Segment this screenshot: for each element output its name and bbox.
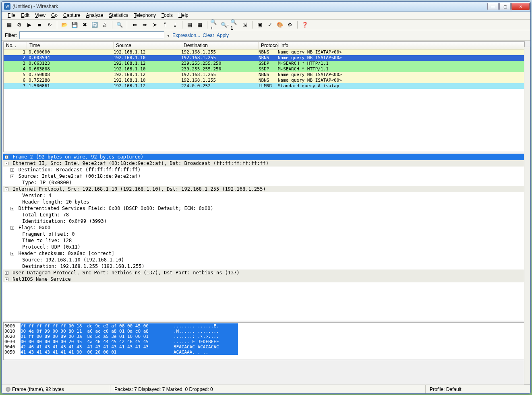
packet-row[interactable]: 20.003544192.168.1.10192.168.1.255NBNSNa… (4, 55, 524, 61)
tree-node[interactable]: Identification: 0x0f99 (3993) (3, 218, 525, 224)
packet-row[interactable]: 30.663123192.168.1.12239.255.255.250SSDP… (4, 61, 524, 66)
go-first-icon[interactable]: ⤒ (160, 21, 169, 29)
packet-bytes-pane[interactable]: 0000 ff ff ff ff ff ff 00 18 de 9e e2 af… (3, 322, 525, 360)
packet-row[interactable]: 50.750008192.168.1.12192.168.1.255NBNSNa… (4, 72, 524, 78)
expand-icon[interactable]: + (5, 278, 8, 281)
go-last-icon[interactable]: ⤓ (170, 21, 179, 29)
hex-row[interactable]: 0000 ff ff ff ff ff ff 00 18 de 9e e2 af… (4, 323, 524, 329)
close-button[interactable]: ✕ (511, 3, 530, 10)
expand-icon[interactable]: - (5, 187, 8, 191)
minimize-button[interactable]: — (487, 3, 499, 10)
menu-go[interactable]: Go (48, 12, 60, 19)
tree-node[interactable]: Total Length: 78 (3, 212, 525, 218)
tree-node[interactable]: + Differentiated Services Field: 0x00 (D… (3, 205, 525, 212)
filter-dropdown-icon[interactable] (167, 33, 170, 38)
menu-capture[interactable]: Capture (60, 12, 83, 19)
expand-icon[interactable]: + (10, 207, 14, 210)
save-file-icon[interactable]: 💾 (70, 21, 79, 29)
tree-node[interactable]: Protocol: UDP (0x11) (3, 244, 525, 250)
tree-node[interactable]: Time to live: 128 (3, 237, 525, 244)
col-source[interactable]: Source (114, 42, 181, 49)
packet-row[interactable]: 10.000000192.168.1.12192.168.1.255NBNSNa… (4, 49, 524, 55)
tree-node[interactable]: Destination: 192.168.1.255 (192.168.1.25… (3, 263, 525, 270)
menu-telephony[interactable]: Telephony (131, 12, 159, 19)
capture-options-icon[interactable]: ⚙ (15, 21, 24, 29)
capture-filter-icon[interactable]: ▣ (255, 21, 264, 29)
start-capture-icon[interactable]: ▶ (25, 21, 34, 29)
hex-row[interactable]: 0020 01 ff 00 89 00 89 00 3a 8d 5c a5 3e… (4, 334, 524, 339)
expression-button[interactable]: Expression... (172, 33, 200, 38)
col-protocol[interactable]: Protocol (259, 42, 278, 49)
stop-capture-icon[interactable]: ■ (35, 21, 44, 29)
tree-node[interactable]: - Ethernet II, Src: Intel_9e:e2:af (00:1… (3, 160, 525, 167)
hex-row[interactable]: 0010 00 4e 0f 99 00 00 80 11 a6 ac c0 a8… (4, 329, 524, 334)
zoom-in-icon[interactable]: 🔍+ (210, 21, 219, 29)
expert-info-icon[interactable] (6, 387, 10, 392)
go-forward-icon[interactable]: ➡ (140, 21, 149, 29)
tree-node[interactable]: + User Datagram Protocol, Src Port: netb… (3, 270, 525, 276)
expand-icon[interactable]: + (10, 175, 14, 178)
tree-node[interactable]: + Frame 2 (92 bytes on wire, 92 bytes ca… (3, 154, 525, 160)
open-file-icon[interactable]: 📂 (60, 21, 69, 29)
tree-node[interactable]: + Destination: Broadcast (ff:ff:ff:ff:ff… (3, 167, 525, 173)
go-back-icon[interactable]: ⬅ (130, 21, 139, 29)
menu-statistics[interactable]: Statistics (106, 12, 131, 19)
print-icon[interactable]: 🖨 (100, 21, 109, 29)
coloring-rules-icon[interactable]: 🎨 (275, 21, 284, 29)
expand-icon[interactable]: + (10, 226, 14, 230)
apply-button[interactable]: Apply (217, 33, 229, 38)
packet-details-pane[interactable]: + Frame 2 (92 bytes on wire, 92 bytes ca… (3, 154, 525, 321)
packet-row[interactable]: 60.752288192.168.1.10192.168.1.255NBNSNa… (4, 78, 524, 83)
menu-file[interactable]: File (5, 12, 18, 19)
expand-icon[interactable]: + (10, 252, 14, 255)
tree-node[interactable]: Header length: 20 bytes (3, 199, 525, 205)
zoom-reset-icon[interactable]: 🔍1 (230, 21, 239, 29)
resize-columns-icon[interactable]: ⇲ (240, 21, 249, 29)
packet-list-header[interactable]: No. . Time Source Destination Protocol I… (4, 42, 524, 49)
clear-button[interactable]: Clear (203, 33, 214, 38)
tree-node[interactable]: + Header checksum: 0xa6ac [correct] (3, 250, 525, 257)
tree-node[interactable]: - Internet Protocol, Src: 192.168.1.10 (… (3, 186, 525, 192)
expand-icon[interactable]: - (5, 162, 8, 165)
packet-row[interactable]: 40.663808192.168.1.10239.255.255.250SSDP… (4, 66, 524, 72)
preferences-icon[interactable]: ⚙ (286, 21, 294, 29)
tree-node[interactable]: Source: 192.168.1.10 (192.168.1.10) (3, 257, 525, 263)
display-filter-icon[interactable]: ✓ (265, 21, 274, 29)
tree-node[interactable]: + Source: Intel_9e:e2:af (00:18:de:9e:e2… (3, 173, 525, 179)
col-time[interactable]: Time (27, 42, 114, 49)
tree-node[interactable]: Fragment offset: 0 (3, 231, 525, 237)
hex-row[interactable]: 0040 42 46 41 43 41 43 41 43 41 43 41 43… (4, 344, 524, 350)
go-to-icon[interactable]: ➤ (150, 21, 159, 29)
expand-icon[interactable]: + (5, 271, 8, 275)
filter-input[interactable] (19, 31, 164, 39)
auto-scroll-icon[interactable]: ▦ (195, 21, 204, 29)
expand-icon[interactable]: + (10, 168, 14, 172)
find-icon[interactable]: 🔍 (115, 21, 124, 29)
tree-node[interactable]: + Flags: 0x00 (3, 224, 525, 231)
menu-view[interactable]: View (32, 12, 48, 19)
tree-node[interactable]: + NetBIOS Name Service (3, 276, 525, 282)
titlebar[interactable]: W (Untitled) - Wireshark — ▢ ✕ (2, 2, 530, 12)
expand-icon[interactable]: + (5, 155, 8, 159)
list-interfaces-icon[interactable]: ▦ (5, 21, 14, 29)
col-destination[interactable]: Destination (181, 42, 259, 49)
packet-row[interactable]: 71.500861192.168.1.12224.0.0.252LLMNRSta… (4, 83, 524, 89)
menu-edit[interactable]: Edit (18, 12, 32, 19)
menu-help[interactable]: Help (176, 12, 191, 19)
tree-node[interactable]: Type: IP (0x0800) (3, 179, 525, 186)
reload-icon[interactable]: 🔄 (90, 21, 99, 29)
help-icon[interactable]: ❓ (300, 21, 309, 29)
hex-row[interactable]: 0030 00 00 00 00 00 00 20 45 4a 46 44 45… (4, 339, 524, 344)
zoom-out-icon[interactable]: 🔍- (220, 21, 229, 29)
restart-capture-icon[interactable]: ↻ (45, 21, 54, 29)
menu-analyze[interactable]: Analyze (83, 12, 106, 19)
tree-node[interactable]: Version: 4 (3, 192, 525, 199)
packet-list-pane[interactable]: No. . Time Source Destination Protocol I… (3, 41, 525, 152)
colorize-icon[interactable]: ▤ (185, 21, 194, 29)
hex-row[interactable]: 0050 41 43 41 43 41 41 41 00 00 20 00 01… (4, 350, 524, 355)
close-file-icon[interactable]: ✖ (80, 21, 89, 29)
maximize-button[interactable]: ▢ (499, 3, 511, 10)
menu-tools[interactable]: Tools (159, 12, 176, 19)
col-number[interactable]: No. . (4, 42, 27, 49)
col-info[interactable]: Info (278, 42, 524, 49)
